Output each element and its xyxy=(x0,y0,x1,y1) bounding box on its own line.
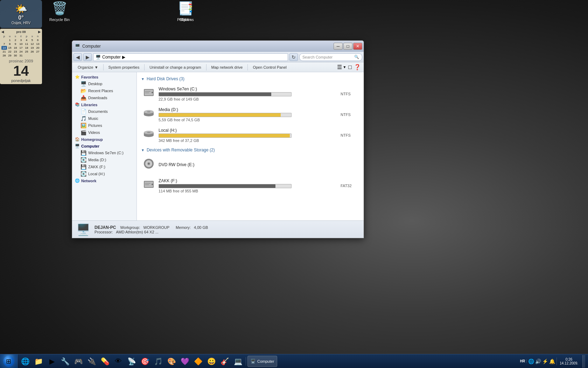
cal-date[interactable]: 1 xyxy=(7,38,13,42)
cal-date[interactable]: 20 xyxy=(35,46,41,50)
minimize-button[interactable]: ─ xyxy=(334,43,343,50)
cal-next[interactable]: ▶ xyxy=(38,30,41,34)
control-panel-button[interactable]: Open Control Panel xyxy=(250,63,289,71)
cal-date[interactable]: 26 xyxy=(29,50,35,54)
desktop-icon-recycle-bin[interactable]: 🗑️ Recycle Bin xyxy=(46,0,74,22)
back-button[interactable]: ◀ xyxy=(74,53,82,61)
drive-f[interactable]: ZAKK (F:) 114 MB free of 955 MB FAT32 xyxy=(141,176,359,195)
uninstall-button[interactable]: Uninstall or change a program xyxy=(147,63,204,71)
cal-date[interactable] xyxy=(1,38,7,42)
sidebar-item-downloads[interactable]: 📥 Downloads xyxy=(72,94,136,101)
cal-date[interactable]: 7 xyxy=(1,42,7,46)
taskbar-folder-icon[interactable]: 📁 xyxy=(32,355,45,368)
cal-date[interactable]: 17 xyxy=(18,46,24,50)
drive-e[interactable]: DVD RW Drive (E:) xyxy=(141,155,359,175)
taskbar-skype-icon[interactable]: 💻 xyxy=(232,355,244,368)
libraries-section[interactable]: 📚 Libraries xyxy=(72,101,136,108)
search-field[interactable]: Search Computer 🔍 xyxy=(299,53,362,61)
clock-area[interactable]: 0:26 14.12.2009. xyxy=(556,357,581,365)
taskbar-ie-icon[interactable]: 🌐 xyxy=(19,355,31,368)
cal-date[interactable]: 4 xyxy=(24,38,29,42)
cal-date[interactable]: 12 xyxy=(29,42,35,46)
cal-date[interactable]: 30 xyxy=(13,54,18,57)
taskbar-casino-icon[interactable]: 💜 xyxy=(178,355,191,368)
sidebar-item-c-drive[interactable]: 💾 Windows Se7en (C:) xyxy=(72,149,136,156)
cal-date[interactable]: 19 xyxy=(29,46,35,50)
cal-date[interactable]: 31 xyxy=(18,54,24,57)
map-network-button[interactable]: Map network drive xyxy=(209,63,246,71)
forward-button[interactable]: ▶ xyxy=(83,53,92,61)
taskbar-gpu-icon[interactable]: 🎨 xyxy=(165,355,178,368)
drive-c[interactable]: Windows Se7en (C:) 22,9 GB free of 149 G… xyxy=(141,84,359,103)
cal-date[interactable]: 8 xyxy=(7,42,13,46)
organize-button[interactable]: Organize ▼ xyxy=(75,63,101,71)
tray-icon-3[interactable]: ⚡ xyxy=(542,359,548,364)
taskbar-guitar-icon[interactable]: 🎸 xyxy=(218,355,231,368)
sidebar-item-recent-places[interactable]: 📂 Recent Places xyxy=(72,87,136,94)
taskbar-game-icon[interactable]: 🎮 xyxy=(72,355,85,368)
address-field[interactable]: 🖥️ Computer ▶ xyxy=(93,53,288,61)
favorites-section[interactable]: ⭐ Favorites xyxy=(72,74,136,80)
tray-icon-4[interactable]: 🔔 xyxy=(549,359,555,364)
cal-date[interactable]: 27 xyxy=(35,50,41,54)
sidebar-item-desktop[interactable]: 🖥️ Desktop xyxy=(72,80,136,87)
desktop-icon-tabs[interactable]: 📑 Tabs xyxy=(172,0,200,22)
cal-date[interactable]: 29 xyxy=(7,54,13,57)
system-properties-button[interactable]: System properties xyxy=(106,63,142,71)
cal-prev[interactable]: ◀ xyxy=(1,30,4,34)
cal-date[interactable]: 28 xyxy=(1,54,7,57)
view-options[interactable]: ☰ ▼ □ ❓ xyxy=(337,64,361,70)
homegroup-section[interactable]: 🏠 Homegroup xyxy=(72,136,136,143)
maximize-button[interactable]: □ xyxy=(343,43,352,50)
taskbar-winamp-icon[interactable]: 😀 xyxy=(205,355,218,368)
sidebar-item-documents[interactable]: 📄 Documents xyxy=(72,108,136,115)
sidebar-item-videos[interactable]: 🎬 Videos xyxy=(72,129,136,136)
drive-d[interactable]: Media (D:) 5,59 GB free of 74,5 GB NTFS xyxy=(141,105,359,124)
taskbar-active-window[interactable]: 🖥️ Computer xyxy=(247,356,277,367)
sidebar-item-h-drive[interactable]: 💽 Local (H:) xyxy=(72,170,136,177)
cal-date[interactable]: 15 xyxy=(7,46,13,50)
cal-date[interactable]: 5 xyxy=(29,38,35,42)
cal-date[interactable]: 11 xyxy=(24,42,29,46)
cal-date[interactable]: 6 xyxy=(35,38,41,42)
taskbar-star-icon[interactable]: 🎯 xyxy=(139,355,151,368)
taskbar-lang[interactable]: HR xyxy=(519,359,527,363)
cal-date[interactable]: 3 xyxy=(18,38,24,42)
cal-date[interactable]: 10 xyxy=(18,42,24,46)
show-desktop-button[interactable] xyxy=(582,355,585,368)
taskbar-settings-icon[interactable]: 🔧 xyxy=(59,355,71,368)
hard-drives-section-header[interactable]: ▼ Hard Disk Drives (3) xyxy=(141,76,359,81)
taskbar-music2-icon[interactable]: 🎵 xyxy=(152,355,164,368)
cal-date[interactable]: 22 xyxy=(7,50,13,54)
weather-widget[interactable]: 🌤️ 0° Osijek, HRV xyxy=(0,0,42,28)
taskbar-mail-icon[interactable]: 📡 xyxy=(125,355,138,368)
removable-section-header[interactable]: ▼ Devices with Removable Storage (2) xyxy=(141,148,359,152)
tray-icon-2[interactable]: 🔊 xyxy=(535,359,541,364)
cal-date[interactable]: 13 xyxy=(35,42,41,46)
start-button[interactable]: ⊞ xyxy=(0,354,18,368)
drive-h[interactable]: Local (H:) 342 MB free of 37,2 GB NTFS xyxy=(141,125,359,145)
cal-date[interactable]: 24 xyxy=(18,50,24,54)
cal-date[interactable]: 18 xyxy=(24,46,29,50)
taskbar-utorrent-icon[interactable]: 💊 xyxy=(99,355,111,368)
network-section[interactable]: 🌐 Network xyxy=(72,177,136,184)
sidebar-item-f-drive[interactable]: 💾 ZAKK (F:) xyxy=(72,163,136,170)
taskbar-network2-icon[interactable]: 🔌 xyxy=(85,355,98,368)
computer-section[interactable]: 🖥️ Computer xyxy=(72,143,136,149)
sidebar-item-pictures[interactable]: 🖼️ Pictures xyxy=(72,122,136,129)
cal-date[interactable]: 25 xyxy=(24,50,29,54)
taskbar-photoshop-icon[interactable]: 🔶 xyxy=(192,355,204,368)
taskbar-eye-icon[interactable]: 👁 xyxy=(112,355,125,368)
cal-date[interactable]: 9 xyxy=(13,42,18,46)
taskbar-media-icon[interactable]: ▶ xyxy=(46,355,58,368)
cal-date[interactable]: 16 xyxy=(13,46,18,50)
cal-today[interactable]: 14 xyxy=(1,46,7,50)
sidebar-item-d-drive[interactable]: 💽 Media (D:) xyxy=(72,156,136,163)
cal-date[interactable]: 23 xyxy=(13,50,18,54)
refresh-button[interactable]: ↻ xyxy=(289,53,298,61)
sidebar-item-music[interactable]: 🎵 Music xyxy=(72,115,136,122)
cal-date[interactable]: 21 xyxy=(1,50,7,54)
cal-date[interactable]: 2 xyxy=(13,38,18,42)
tray-icon-1[interactable]: 🌐 xyxy=(528,359,534,364)
close-button[interactable]: ✕ xyxy=(353,43,362,50)
